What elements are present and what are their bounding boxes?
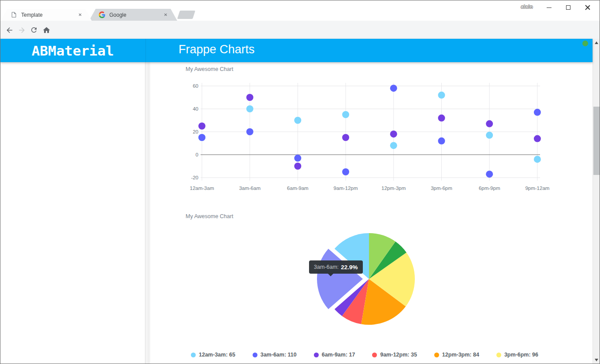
svg-text:20: 20 bbox=[193, 129, 198, 134]
legend-dot-icon bbox=[372, 353, 377, 357]
legend-label: 3pm-6pm: 96 bbox=[504, 352, 538, 358]
legend-dot-icon bbox=[496, 353, 501, 357]
legend-dot-icon bbox=[314, 353, 319, 357]
scatter-chart[interactable]: 6040200-2012am-3am3am-6am6am-9am9am-12pm… bbox=[185, 76, 551, 194]
svg-text:12am-3am: 12am-3am bbox=[190, 186, 214, 191]
app-header: ABMaterial Frappe Charts bbox=[0, 39, 593, 62]
back-button[interactable] bbox=[4, 24, 15, 36]
scroll-up-icon[interactable] bbox=[595, 41, 598, 44]
abmaterial-logo: ABMaterial bbox=[32, 43, 114, 59]
new-tab-button[interactable] bbox=[177, 11, 195, 19]
svg-text:12pm-3pm: 12pm-3pm bbox=[381, 186, 406, 191]
legend-dot-icon bbox=[253, 353, 257, 357]
scroll-down-icon[interactable] bbox=[595, 359, 598, 361]
legend-item: 12pm-3pm: 84 bbox=[434, 352, 479, 358]
legend-item: 9am-12pm: 35 bbox=[372, 352, 417, 358]
logo-area: ABMaterial bbox=[0, 39, 146, 62]
svg-text:3am-6am: 3am-6am bbox=[239, 186, 261, 191]
tab-title: Google bbox=[109, 12, 161, 18]
svg-text:40: 40 bbox=[193, 106, 198, 111]
legend-label: 3am-6am: 110 bbox=[261, 352, 297, 358]
minimize-icon bbox=[547, 7, 552, 8]
maximize-icon bbox=[566, 5, 570, 10]
tab-google[interactable]: Google ✕ bbox=[89, 9, 177, 21]
legend-item: 12am-3am: 65 bbox=[191, 352, 235, 358]
status-dot bbox=[582, 41, 588, 46]
scatter-chart-title: My Awesome Chart bbox=[186, 66, 233, 72]
svg-text:0: 0 bbox=[196, 152, 198, 157]
tab-close-icon[interactable]: ✕ bbox=[78, 12, 82, 17]
content-edge-shadow bbox=[149, 62, 151, 364]
legend-label: 6am-9am: 17 bbox=[322, 352, 355, 358]
legend-item: 3pm-6pm: 96 bbox=[496, 352, 538, 358]
home-button[interactable] bbox=[41, 24, 52, 36]
svg-text:9pm-12am: 9pm-12am bbox=[525, 186, 549, 191]
pie-chart-title: My Awesome Chart bbox=[186, 213, 233, 219]
close-button[interactable] bbox=[578, 2, 597, 13]
legend-label: 12pm-3pm: 84 bbox=[442, 352, 479, 358]
legend-dot-icon bbox=[191, 353, 196, 357]
reload-icon bbox=[30, 26, 38, 34]
profile-name[interactable]: alain bbox=[521, 4, 533, 9]
legend-item: 3am-6am: 110 bbox=[253, 352, 297, 358]
back-icon bbox=[5, 26, 14, 34]
google-favicon-icon bbox=[99, 11, 105, 18]
scrollbar-thumb[interactable] bbox=[593, 107, 600, 175]
tooltip-value: 22.9% bbox=[341, 264, 358, 271]
home-icon bbox=[42, 26, 51, 34]
forward-button[interactable] bbox=[16, 24, 27, 36]
page-favicon-icon bbox=[11, 11, 17, 18]
legend-dot-icon bbox=[434, 353, 439, 357]
legend-item: 6am-9am: 17 bbox=[314, 352, 355, 358]
tab-close-icon[interactable]: ✕ bbox=[164, 12, 168, 17]
svg-text:6pm-9pm: 6pm-9pm bbox=[479, 186, 500, 191]
tab-title: Template bbox=[21, 12, 76, 18]
page-title: Frappe Charts bbox=[179, 43, 255, 56]
window-titlebar: Template ✕ Google ✕ alain bbox=[0, 0, 600, 21]
browser-toolbar: localhost:51042/template/ABMPageTemplate… bbox=[0, 21, 600, 39]
sidebar bbox=[0, 62, 145, 364]
maximize-button[interactable] bbox=[559, 2, 578, 13]
vertical-scrollbar[interactable] bbox=[593, 39, 600, 364]
svg-text:60: 60 bbox=[193, 83, 198, 89]
svg-text:6am-9am: 6am-9am bbox=[287, 186, 309, 191]
reload-button[interactable] bbox=[28, 24, 40, 36]
pie-legend: 12am-3am: 653am-6am: 1106am-9am: 179am-1… bbox=[191, 352, 555, 358]
tooltip-label: 3am-6am: bbox=[314, 264, 339, 270]
svg-text:3pm-6pm: 3pm-6pm bbox=[431, 186, 452, 191]
pie-chart[interactable] bbox=[309, 227, 424, 333]
legend-label: 12am-3am: 65 bbox=[199, 352, 235, 358]
legend-label: 9am-12pm: 35 bbox=[380, 352, 417, 358]
chart-tooltip: 3am-6am: 22.9% bbox=[309, 260, 363, 274]
svg-text:-20: -20 bbox=[191, 175, 198, 180]
svg-text:9am-12pm: 9am-12pm bbox=[334, 186, 358, 191]
minimize-button[interactable] bbox=[539, 2, 559, 13]
forward-icon bbox=[18, 26, 26, 34]
tab-template[interactable]: Template ✕ bbox=[1, 9, 92, 21]
close-icon bbox=[585, 5, 590, 10]
